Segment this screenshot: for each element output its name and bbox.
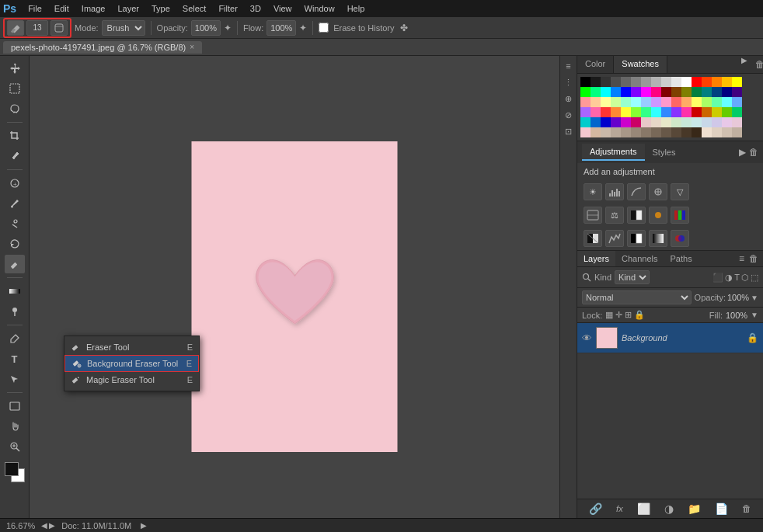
layer-link-button[interactable]: 🔗 bbox=[589, 502, 602, 515]
layer-new-button[interactable]: 📄 bbox=[715, 502, 728, 515]
magic-eraser-popup-item[interactable]: Magic Eraser Tool E bbox=[64, 372, 199, 388]
paths-tab[interactable]: Paths bbox=[664, 251, 699, 266]
tab-close-button[interactable]: × bbox=[190, 43, 194, 51]
eraser-tool-left-button[interactable] bbox=[5, 255, 25, 273]
adj-exposure-icon[interactable] bbox=[649, 183, 667, 200]
adjustments-tab[interactable]: Adjustments bbox=[582, 144, 645, 161]
swatch-item[interactable] bbox=[671, 77, 681, 87]
layers-tab[interactable]: Layers bbox=[577, 251, 615, 266]
layer-adj-button[interactable]: ◑ bbox=[664, 502, 674, 515]
menu-select[interactable]: Select bbox=[177, 2, 212, 15]
swatch-item[interactable] bbox=[681, 97, 692, 107]
doc-info-arrow[interactable]: ▶ bbox=[141, 521, 147, 530]
blend-mode-select[interactable]: Normal Multiply Screen bbox=[582, 290, 692, 304]
swatch-item[interactable] bbox=[621, 77, 631, 87]
swatch-item[interactable] bbox=[651, 107, 661, 117]
swatch-item[interactable] bbox=[692, 127, 702, 137]
swatch-item[interactable] bbox=[651, 97, 661, 107]
layer-delete-button[interactable]: 🗑 bbox=[742, 503, 751, 514]
swatch-item[interactable] bbox=[641, 117, 651, 127]
swatch-item[interactable] bbox=[671, 117, 681, 127]
brush-size-button[interactable]: 13 bbox=[26, 20, 48, 36]
lock-pixels-icon[interactable]: ▦ bbox=[605, 310, 613, 320]
swatch-item[interactable] bbox=[661, 127, 671, 137]
adj-photofilter-icon[interactable] bbox=[649, 207, 667, 224]
foreground-color[interactable] bbox=[5, 462, 19, 476]
swatch-item[interactable] bbox=[722, 97, 732, 107]
swatch-item[interactable] bbox=[580, 97, 591, 107]
swatch-item[interactable] bbox=[641, 87, 651, 97]
swatch-item[interactable] bbox=[611, 117, 621, 127]
swatch-item[interactable] bbox=[591, 77, 601, 87]
swatch-item[interactable] bbox=[621, 117, 631, 127]
marquee-tool-button[interactable] bbox=[5, 79, 25, 98]
swatch-item[interactable] bbox=[702, 127, 712, 137]
swatch-item[interactable] bbox=[712, 107, 722, 117]
menu-view[interactable]: View bbox=[268, 2, 298, 15]
swatch-item[interactable] bbox=[631, 77, 641, 87]
filter-text-icon[interactable]: T bbox=[734, 273, 740, 283]
swatch-item[interactable] bbox=[692, 77, 702, 87]
swatch-item[interactable] bbox=[702, 77, 712, 87]
swatch-item[interactable] bbox=[661, 97, 671, 107]
canvas-area[interactable]: Eraser Tool E Background Eraser Tool E M… bbox=[30, 56, 559, 518]
adj-panel-trash[interactable]: 🗑 bbox=[749, 147, 758, 158]
menu-file[interactable]: File bbox=[23, 2, 47, 15]
menu-3d[interactable]: 3D bbox=[245, 2, 267, 15]
swatch-item[interactable] bbox=[681, 77, 692, 87]
adj-panel-arrange[interactable]: ▶ bbox=[739, 147, 746, 158]
swatch-item[interactable] bbox=[651, 117, 661, 127]
adj-colorbalance-icon[interactable]: ⚖ bbox=[605, 207, 624, 224]
swatch-item[interactable] bbox=[732, 97, 742, 107]
adj-brightness-icon[interactable]: ☀ bbox=[584, 183, 602, 200]
opacity-dropdown[interactable]: ▼ bbox=[751, 294, 758, 302]
swatch-item[interactable] bbox=[712, 87, 722, 97]
swatch-item[interactable] bbox=[611, 87, 621, 97]
gradient-tool-button[interactable] bbox=[5, 282, 25, 301]
swatch-item[interactable] bbox=[712, 97, 722, 107]
swatch-item[interactable] bbox=[591, 117, 601, 127]
lasso-tool-button[interactable] bbox=[5, 99, 25, 118]
menu-layer[interactable]: Layer bbox=[112, 2, 145, 15]
swatch-item[interactable] bbox=[702, 87, 712, 97]
swatch-item[interactable] bbox=[641, 127, 651, 137]
swatch-item[interactable] bbox=[722, 127, 732, 137]
color-panel-expand[interactable]: ▶ bbox=[738, 56, 751, 73]
panel-options-1[interactable]: ⋮ bbox=[562, 75, 576, 89]
swatch-item[interactable] bbox=[621, 87, 631, 97]
swatch-item[interactable] bbox=[661, 117, 671, 127]
layers-trash[interactable]: 🗑 bbox=[749, 253, 758, 264]
swatch-item[interactable] bbox=[580, 87, 591, 97]
swatch-item[interactable] bbox=[591, 97, 601, 107]
swatch-item[interactable] bbox=[611, 97, 621, 107]
adj-gradient-map-icon[interactable] bbox=[649, 230, 667, 247]
swatch-item[interactable] bbox=[651, 77, 661, 87]
eyedropper-tool-button[interactable] bbox=[5, 147, 25, 165]
channels-tab[interactable]: Channels bbox=[615, 251, 664, 266]
layer-mask-button[interactable]: ⬜ bbox=[637, 502, 650, 515]
fill-value[interactable]: 100% bbox=[726, 311, 747, 320]
healing-tool-button[interactable]: + bbox=[5, 174, 25, 193]
zoom-tool-button[interactable] bbox=[5, 437, 25, 456]
crop-tool-button[interactable] bbox=[5, 127, 25, 145]
filter-pixel-icon[interactable]: ⬛ bbox=[712, 273, 723, 283]
swatch-item[interactable] bbox=[631, 87, 641, 97]
swatch-item[interactable] bbox=[681, 127, 692, 137]
path-select-button[interactable] bbox=[5, 370, 25, 388]
swatch-item[interactable] bbox=[722, 87, 732, 97]
swatch-item[interactable] bbox=[661, 107, 671, 117]
flow-input[interactable] bbox=[267, 20, 296, 36]
swatch-item[interactable] bbox=[631, 117, 641, 127]
swatch-item[interactable] bbox=[611, 77, 621, 87]
brush-tool-button[interactable] bbox=[5, 194, 25, 213]
swatch-item[interactable] bbox=[722, 107, 732, 117]
swatch-item[interactable] bbox=[580, 127, 591, 137]
swatch-item[interactable] bbox=[631, 107, 641, 117]
swatch-item[interactable] bbox=[601, 107, 611, 117]
menu-filter[interactable]: Filter bbox=[213, 2, 242, 15]
fill-dropdown[interactable]: ▼ bbox=[751, 311, 758, 319]
swatch-item[interactable] bbox=[702, 107, 712, 117]
adj-posterize-icon[interactable] bbox=[605, 230, 624, 247]
styles-tab[interactable]: Styles bbox=[645, 144, 684, 160]
swatch-item[interactable] bbox=[732, 77, 742, 87]
